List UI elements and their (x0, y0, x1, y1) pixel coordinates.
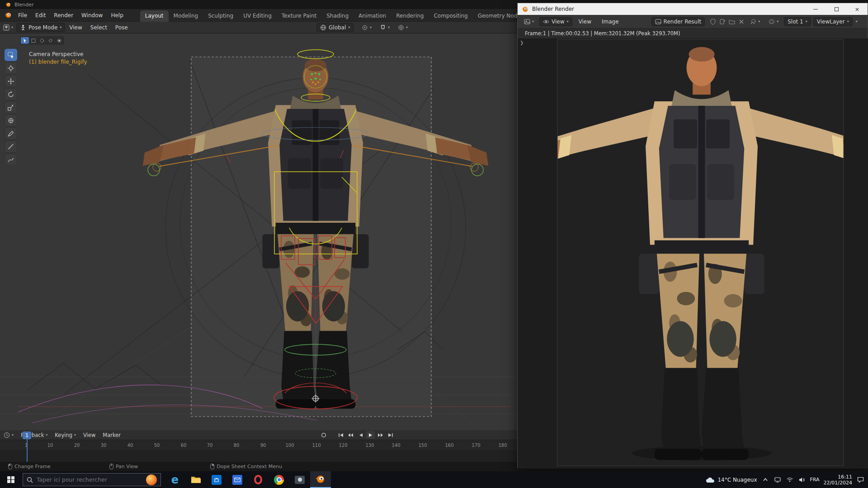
taskbar-app-opera[interactable] (248, 471, 269, 488)
previous-keyframe-button[interactable] (346, 431, 355, 439)
select-mode-box[interactable] (29, 37, 38, 44)
weather-widget[interactable]: 14°C Nuageux (706, 477, 757, 483)
view-layer-dropdown[interactable]: ViewLayer ▾ (813, 17, 853, 26)
render-result-image (518, 38, 868, 469)
tab-shading[interactable]: Shading (321, 10, 354, 22)
tool-transform[interactable] (5, 114, 17, 127)
select-mode-paint[interactable] (55, 37, 63, 44)
timeline-editor-type-button[interactable]: ▾ (0, 431, 17, 439)
search-input[interactable] (37, 476, 142, 483)
jump-to-start-button[interactable] (336, 431, 345, 439)
viewport-menu-view[interactable]: View (65, 23, 86, 33)
play-button[interactable] (366, 431, 375, 439)
transform-orientation-dropdown[interactable]: Global ▾ (316, 23, 354, 32)
display-tray-icon[interactable] (774, 477, 782, 483)
tab-sculpting[interactable]: Sculpting (203, 10, 238, 22)
chevron-down-icon[interactable]: ▾ (856, 20, 858, 23)
tab-animation[interactable]: Animation (354, 10, 391, 22)
tab-compositing[interactable]: Compositing (429, 10, 472, 22)
pivot-point-button[interactable]: ▾ (359, 24, 375, 31)
tool-scale[interactable] (5, 101, 17, 113)
display-channels-button[interactable]: ▾ (765, 19, 782, 25)
next-keyframe-button[interactable] (376, 431, 385, 439)
tab-modeling[interactable]: Modeling (169, 10, 203, 22)
jump-to-end-button[interactable] (386, 431, 395, 439)
timeline-menu-view[interactable]: View (80, 431, 99, 439)
image-datablock-selector[interactable]: Render Result (651, 17, 705, 26)
close-button[interactable]: × (847, 3, 868, 15)
tool-measure[interactable] (5, 141, 17, 153)
snapping-button[interactable]: ▾ (377, 24, 393, 31)
tool-annotate[interactable] (5, 127, 17, 140)
taskbar-app-screenshot-tool[interactable] (289, 471, 310, 488)
render-window-titlebar[interactable]: Blender Render × (518, 3, 868, 15)
tray-expand-chevron[interactable] (761, 478, 769, 481)
taskbar-app-edge[interactable]: e (165, 471, 185, 488)
current-frame-indicator[interactable]: 1 (23, 432, 31, 439)
open-image-icon[interactable] (729, 19, 735, 25)
volume-tray-icon[interactable] (798, 477, 806, 483)
tool-rotate[interactable] (5, 88, 17, 100)
tab-rendering[interactable]: Rendering (391, 10, 429, 22)
network-tray-icon[interactable] (786, 477, 794, 482)
tool-extra[interactable] (5, 154, 17, 166)
taskbar-app-blender[interactable] (310, 471, 331, 488)
play-reverse-button[interactable] (356, 431, 365, 439)
select-mode-circle[interactable] (38, 37, 46, 44)
tab-texture-paint[interactable]: Texture Paint (277, 10, 321, 22)
image-name-label: Render Result (664, 19, 702, 25)
pin-button[interactable]: ▾ (747, 19, 763, 25)
screen: Blender File Edit Render Window Help Lay… (0, 0, 868, 488)
taskbar-app-mail[interactable] (227, 471, 248, 488)
image-menu-image[interactable]: Image (598, 17, 623, 27)
search-widget-icon[interactable] (146, 474, 157, 485)
sidebar-toggle-arrow[interactable]: ❯ (520, 40, 524, 45)
taskbar-app-chrome[interactable] (269, 471, 289, 488)
frame-label: 170 (472, 443, 480, 448)
image-mode-dropdown[interactable]: View ▾ (539, 17, 572, 26)
timeline-menu-marker[interactable]: Marker (99, 431, 124, 439)
select-mode-lasso[interactable] (47, 37, 55, 44)
mode-dropdown[interactable]: Pose Mode ▾ (16, 23, 65, 32)
editor-3d-viewport-icon (3, 24, 9, 31)
taskbar-app-store[interactable] (206, 471, 227, 488)
proportional-editing-button[interactable]: ▾ (395, 24, 411, 31)
tab-uv-editing[interactable]: UV Editing (238, 10, 277, 22)
render-canvas[interactable]: ❯ (518, 38, 868, 468)
taskbar-app-file-explorer[interactable] (185, 471, 206, 488)
menu-window[interactable]: Window (77, 10, 107, 20)
editor-type-button[interactable]: ▾ (0, 24, 16, 31)
viewport-menu-select[interactable]: Select (86, 23, 111, 33)
blender-app-icon[interactable] (5, 12, 12, 19)
timeline-menu-keying[interactable]: Keying▾ (51, 431, 80, 439)
channels-icon (769, 19, 775, 25)
menu-file[interactable]: File (14, 10, 31, 20)
taskbar-clock[interactable]: 16:11 22/01/2024 (824, 474, 852, 486)
tab-layout[interactable]: Layout (140, 10, 169, 22)
slot-dropdown[interactable]: Slot 1 ▾ (784, 17, 811, 26)
language-indicator[interactable]: FRA (810, 477, 820, 483)
shield-icon[interactable] (710, 19, 716, 25)
menu-help[interactable]: Help (107, 10, 127, 20)
image-editor-type-button[interactable]: ▾ (521, 19, 537, 25)
tool-move[interactable] (5, 75, 17, 87)
menu-render[interactable]: Render (50, 10, 77, 20)
maximize-button[interactable] (826, 3, 847, 15)
unlink-icon[interactable] (738, 19, 745, 25)
taskbar-search[interactable] (23, 473, 161, 486)
image-menu-view[interactable]: View (575, 17, 595, 27)
action-center-icon[interactable] (856, 477, 864, 483)
viewport-menu-pose[interactable]: Pose (111, 23, 132, 33)
new-image-icon[interactable] (719, 19, 726, 25)
menu-edit[interactable]: Edit (31, 10, 50, 20)
chevron-down-icon: ▾ (777, 20, 778, 23)
tool-cursor[interactable] (5, 62, 17, 74)
chevron-down-icon: ▾ (370, 26, 372, 29)
start-button[interactable] (0, 471, 22, 488)
file-explorer-icon (191, 476, 201, 484)
auto-keying-button[interactable] (319, 431, 328, 439)
select-mode-tweak[interactable] (21, 37, 29, 44)
playhead[interactable] (27, 439, 28, 462)
tool-select-box[interactable] (5, 49, 17, 61)
minimize-button[interactable] (805, 3, 826, 15)
